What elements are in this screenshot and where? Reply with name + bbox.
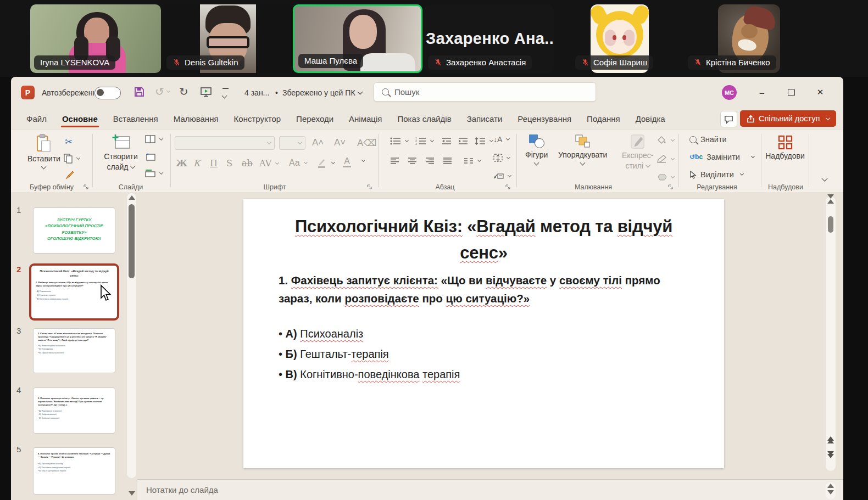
slide-canvas[interactable]: Психологічний Квіз: «Вгадай метод та від…: [243, 199, 724, 468]
line-spacing-button[interactable]: [475, 137, 493, 145]
tab-record[interactable]: Записати: [459, 111, 510, 127]
powerpoint-app-icon[interactable]: P: [21, 86, 35, 99]
save-button[interactable]: [134, 87, 144, 97]
answer-option-b[interactable]: • Б) Гештальт-терапія: [279, 348, 389, 361]
participant-tile-zakharenko[interactable]: Захаренко Ана... Софія Шариш Захаренко А…: [424, 4, 554, 73]
tab-animations[interactable]: Анімація: [341, 111, 390, 127]
quick-styles-button[interactable]: Експрес- стилі: [622, 134, 653, 170]
main-scrollbar[interactable]: [826, 196, 836, 471]
customize-qat-button[interactable]: [222, 88, 230, 100]
highlight-color-button[interactable]: [316, 158, 335, 168]
notes-pane[interactable]: Нотатки до слайда: [137, 479, 843, 500]
notes-scroll-down[interactable]: [826, 488, 836, 495]
previous-slide-button[interactable]: [827, 436, 834, 443]
start-slideshow-button[interactable]: [201, 87, 212, 97]
tab-insert[interactable]: Вставлення: [105, 111, 166, 127]
tab-file[interactable]: Файл: [19, 111, 54, 127]
align-left-button[interactable]: [390, 157, 399, 165]
increase-indent-button[interactable]: [458, 137, 468, 145]
collapse-ribbon-button[interactable]: [820, 178, 827, 181]
slide-thumbnail-1[interactable]: ЗУСТРІЧ ГУРТКУ «ПСИХОЛОГІЧНИЙ ПРОСТІР РО…: [33, 207, 115, 254]
justify-button[interactable]: [443, 157, 452, 165]
undo-button[interactable]: ↺: [155, 85, 170, 98]
clear-formatting-button[interactable]: A⌫: [357, 137, 376, 149]
bullets-button[interactable]: [390, 137, 408, 145]
next-slide-button[interactable]: [827, 451, 834, 458]
answer-option-a[interactable]: • А) Психоаналіз: [279, 328, 363, 340]
minimize-button[interactable]: –: [754, 85, 770, 100]
notes-scroll-up[interactable]: [826, 482, 836, 488]
font-color-button[interactable]: A: [343, 157, 351, 167]
clipboard-dialog-launcher[interactable]: [84, 184, 90, 190]
italic-button[interactable]: К: [193, 158, 200, 168]
redo-button[interactable]: ↻: [179, 85, 188, 98]
document-title[interactable]: 4 зан...: [244, 88, 269, 97]
share-button[interactable]: Спільний доступ: [740, 110, 836, 127]
participant-tile-denis[interactable]: Denis Gultekin: [163, 4, 293, 73]
format-painter-button[interactable]: [65, 170, 74, 179]
thumbnail-scroll-thumb[interactable]: [129, 204, 135, 278]
participant-tile-kristina[interactable]: Крістіна Биченко: [684, 4, 794, 73]
thumbnail-scrollbar[interactable]: [127, 193, 136, 478]
account-avatar[interactable]: MC: [722, 85, 737, 100]
character-spacing-button[interactable]: AV: [259, 158, 279, 168]
align-center-button[interactable]: [408, 157, 417, 165]
numbering-button[interactable]: 123: [415, 137, 433, 145]
thumbnail-scroll-up[interactable]: [127, 193, 136, 200]
tab-review[interactable]: Рецензування: [510, 111, 579, 127]
comments-button[interactable]: [720, 111, 737, 127]
tab-design[interactable]: Конструктор: [226, 111, 289, 127]
arrange-button[interactable]: Упорядкувати: [558, 134, 607, 165]
search-box[interactable]: Пошук: [374, 82, 596, 102]
reset-slide-button[interactable]: [145, 153, 155, 161]
font-name-combo[interactable]: [175, 136, 275, 150]
slide-title[interactable]: Психологічний Квіз: «Вгадай метод та від…: [276, 214, 691, 266]
slide-thumbnail-5[interactable]: 4. Психолог прохає клієнта заповнити таб…: [33, 447, 115, 495]
drawing-dialog-launcher[interactable]: [668, 184, 674, 190]
cut-button[interactable]: ✂: [65, 136, 73, 148]
increase-font-button[interactable]: A˄: [312, 137, 324, 148]
notes-scrollbar[interactable]: [826, 482, 836, 499]
slide-thumbnail-4[interactable]: 3. Психолог пропонує клієнту: «Уявіть, щ…: [33, 387, 115, 434]
new-slide-button[interactable]: Створити слайд: [100, 134, 142, 171]
convert-smartart-button[interactable]: [493, 172, 511, 180]
tab-slideshow[interactable]: Показ слайдів: [390, 111, 459, 127]
answer-option-v[interactable]: • В) Когнітивно-поведінкова терапія: [279, 368, 460, 381]
replace-button[interactable]: ↺bc Замінити: [689, 153, 754, 161]
decrease-font-button[interactable]: A˅: [334, 137, 346, 148]
shape-fill-button[interactable]: [657, 136, 674, 144]
decrease-indent-button[interactable]: [442, 137, 452, 145]
section-button[interactable]: [145, 169, 163, 177]
shapes-button[interactable]: Фігури: [525, 134, 548, 165]
paste-button[interactable]: Вставити: [27, 134, 60, 168]
tab-home[interactable]: Основне: [54, 111, 105, 127]
tab-draw[interactable]: Малювання: [166, 111, 226, 127]
underline-button[interactable]: П: [210, 158, 218, 168]
participant-tile-iryna[interactable]: Iryna LYSENKOVA: [30, 4, 161, 73]
scroll-down-button[interactable]: [826, 204, 836, 460]
slide-layout-button[interactable]: [145, 135, 163, 143]
copy-button[interactable]: [64, 154, 80, 164]
change-case-button[interactable]: Aa: [289, 158, 307, 168]
slide-question[interactable]: 1. Фахівець запитує клієнта: «Що ви відч…: [279, 272, 663, 308]
restore-button[interactable]: [783, 85, 799, 100]
participant-tile-sofia[interactable]: Софія Шариш: [571, 4, 681, 73]
strikethrough-button[interactable]: ab: [242, 158, 253, 168]
select-button[interactable]: Виділити: [689, 170, 743, 179]
autosave-toggle[interactable]: [94, 87, 121, 99]
align-text-button[interactable]: [493, 154, 510, 162]
columns-button[interactable]: [464, 157, 481, 165]
main-scroll-thumb[interactable]: [828, 216, 833, 233]
participant-tile-masha-active-speaker[interactable]: Маша Пулєва: [293, 4, 422, 73]
font-size-combo[interactable]: [279, 136, 305, 150]
bold-button[interactable]: Ж: [176, 158, 187, 168]
font-color-dropdown[interactable]: [359, 160, 365, 161]
text-direction-button[interactable]: ↓A: [493, 135, 509, 144]
saved-status[interactable]: Збережено у цей ПК: [282, 88, 362, 97]
tab-transitions[interactable]: Переходи: [288, 111, 341, 127]
tab-help[interactable]: Довідка: [628, 111, 673, 127]
tab-view[interactable]: Подання: [579, 111, 628, 127]
thumbnail-scroll-down[interactable]: [127, 491, 136, 496]
find-button[interactable]: Знайти: [689, 135, 727, 144]
font-dialog-launcher[interactable]: [367, 184, 373, 190]
